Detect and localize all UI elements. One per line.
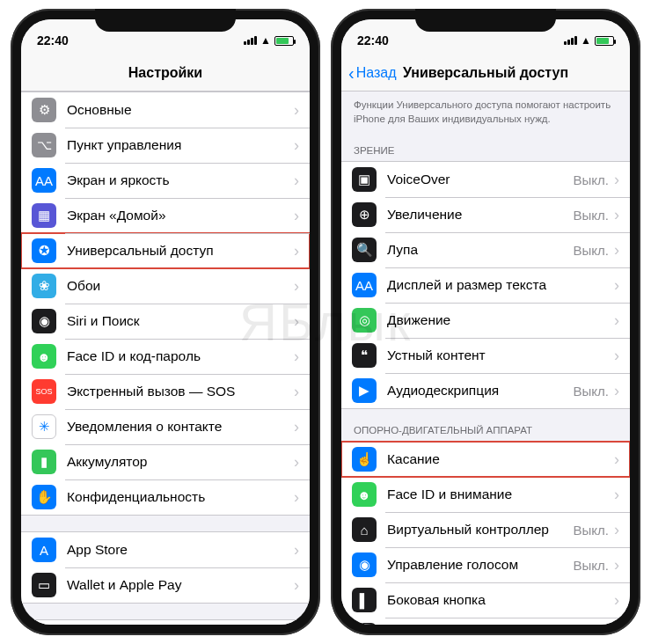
row-label: Конфиденциальность <box>67 489 294 505</box>
chevron-right-icon: › <box>294 384 299 399</box>
settings-row[interactable]: ⌂Виртуальный контроллерВыкл.› <box>341 512 630 547</box>
signal-icon <box>244 36 257 45</box>
row-label: Siri и Поиск <box>67 313 294 329</box>
status-icons: ▲ <box>564 34 614 47</box>
settings-row[interactable]: SOSЭкстренный вызов — SOS› <box>21 374 310 409</box>
row-icon: ⌥ <box>32 133 56 157</box>
chevron-right-icon: › <box>294 208 299 223</box>
settings-group: AApp Store›▭Wallet и Apple Pay› <box>21 531 310 604</box>
row-label: App Store <box>67 542 294 558</box>
row-icon: ⚙ <box>32 98 56 122</box>
row-value: Выкл. <box>574 172 609 187</box>
row-value: Выкл. <box>574 384 609 399</box>
notch <box>415 9 556 32</box>
settings-row[interactable]: ▌Боковая кнопка› <box>341 582 630 618</box>
settings-row[interactable]: ▶АудиодескрипцияВыкл.› <box>341 373 630 408</box>
row-label: Управление голосом <box>387 557 574 573</box>
chevron-right-icon: › <box>294 243 299 259</box>
row-label: Аккумулятор <box>67 454 294 470</box>
chevron-right-icon: › <box>294 313 299 329</box>
row-label: Face ID и внимание <box>387 487 614 502</box>
row-label: Дисплей и размер текста <box>387 277 614 293</box>
settings-row[interactable]: ◉Siri и Поиск› <box>21 304 310 339</box>
settings-row[interactable]: ⊕УвеличениеВыкл.› <box>341 197 630 232</box>
back-button[interactable]: ‹ Назад <box>348 64 397 82</box>
row-label: Экран «Домой» <box>67 208 294 223</box>
settings-row[interactable]: ▮Аккумулятор› <box>21 444 310 479</box>
row-label: Face ID и код-пароль <box>67 348 294 364</box>
settings-row[interactable]: ❀Обои› <box>21 268 310 304</box>
row-label: Устный контент <box>387 348 614 363</box>
settings-row[interactable]: AAДисплей и размер текста› <box>341 267 630 303</box>
settings-row[interactable]: ☝Касание› <box>341 442 630 477</box>
page-title: Универсальный доступ <box>403 65 568 81</box>
row-label: Обои <box>67 278 294 294</box>
row-icon: ▌ <box>352 588 377 612</box>
settings-row[interactable]: ☻Face ID и внимание› <box>341 477 630 512</box>
row-icon: ▣ <box>352 167 377 192</box>
nav-bar: ‹ Назад Универсальный доступ <box>341 55 630 91</box>
row-label: Увеличение <box>387 207 574 223</box>
status-time: 22:40 <box>37 33 69 48</box>
chevron-right-icon: › <box>294 542 299 558</box>
battery-icon <box>274 36 294 46</box>
settings-row[interactable]: 🔍ЛупаВыкл.› <box>341 232 630 267</box>
chevron-right-icon: › <box>294 278 299 294</box>
row-label: Экран и яркость <box>67 172 294 188</box>
settings-row[interactable]: ✪Универсальный доступ› <box>21 233 310 268</box>
row-icon: ◉ <box>352 553 377 577</box>
row-icon: ❝ <box>352 343 377 368</box>
row-icon: ▶ <box>352 378 377 403</box>
row-label: Пункт управления <box>67 137 294 153</box>
row-value: Выкл. <box>574 523 609 538</box>
settings-row[interactable]: ✋Конфиденциальность› <box>21 479 310 515</box>
chevron-right-icon: › <box>294 489 299 505</box>
settings-row[interactable]: ●Пароли› <box>21 620 310 625</box>
row-label: Виртуальный контроллер <box>387 522 574 538</box>
chevron-right-icon: › <box>294 419 299 435</box>
settings-row[interactable]: ⚙Основные› <box>21 92 310 128</box>
row-value: Выкл. <box>574 243 609 258</box>
wifi-icon: ▲ <box>260 34 271 47</box>
row-icon: ▮ <box>32 450 56 474</box>
row-label: Аудиодескрипция <box>387 383 574 399</box>
accessibility-list[interactable]: Функции Универсального доступа помогают … <box>341 91 630 625</box>
row-icon: ◎ <box>352 308 377 333</box>
settings-row[interactable]: AAЭкран и яркость› <box>21 163 310 198</box>
signal-icon <box>564 36 577 45</box>
chevron-right-icon: › <box>614 451 619 467</box>
settings-row[interactable]: ✳Уведомления о контакте› <box>21 409 310 444</box>
row-icon: ☻ <box>352 482 377 507</box>
settings-row[interactable]: ❝Устный контент› <box>341 338 630 373</box>
chevron-right-icon: › <box>614 242 619 258</box>
settings-row[interactable]: ▮Пульт Apple TV› <box>341 618 630 625</box>
row-icon: ✪ <box>32 238 56 263</box>
chevron-right-icon: › <box>294 454 299 470</box>
settings-row[interactable]: ▣VoiceOverВыкл.› <box>341 162 630 197</box>
settings-row[interactable]: ☻Face ID и код-пароль› <box>21 339 310 374</box>
settings-row[interactable]: ▦Экран «Домой»› <box>21 198 310 233</box>
row-icon: ❀ <box>32 274 56 298</box>
phone-right: 22:40 ▲ ‹ Назад Универсальный доступ Фун… <box>331 9 640 635</box>
status-icons: ▲ <box>244 34 294 47</box>
chevron-left-icon: ‹ <box>348 64 355 82</box>
settings-list[interactable]: ⚙Основные›⌥Пункт управления›AAЭкран и яр… <box>21 91 310 625</box>
row-label: Универсальный доступ <box>67 243 294 259</box>
row-label: Экстренный вызов — SOS <box>67 384 294 399</box>
chevron-right-icon: › <box>294 577 299 593</box>
wifi-icon: ▲ <box>581 34 591 47</box>
chevron-right-icon: › <box>614 207 619 223</box>
row-icon: A <box>32 538 56 562</box>
row-label: Движение <box>387 312 614 328</box>
settings-row[interactable]: ▭Wallet и Apple Pay› <box>21 567 310 603</box>
settings-row[interactable]: ⌥Пункт управления› <box>21 128 310 163</box>
settings-row[interactable]: ◎Движение› <box>341 303 630 338</box>
row-icon: ▭ <box>32 573 56 597</box>
row-icon: ✳ <box>32 414 56 439</box>
row-label: Основные <box>67 102 294 118</box>
chevron-right-icon: › <box>614 277 619 293</box>
settings-row[interactable]: ◉Управление голосомВыкл.› <box>341 547 630 582</box>
settings-row[interactable]: AApp Store› <box>21 532 310 567</box>
row-value: Выкл. <box>574 558 609 573</box>
row-icon: 🔍 <box>352 238 377 262</box>
